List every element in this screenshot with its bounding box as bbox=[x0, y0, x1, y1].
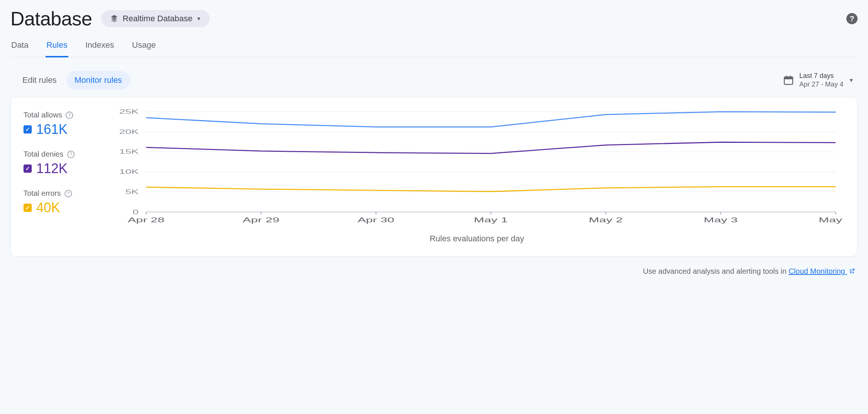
legend-errors-value: 40K bbox=[36, 200, 60, 216]
help-icon[interactable]: ? bbox=[846, 13, 858, 24]
monitor-card: Total allows ? ✓ 161K Total denies ? ✓ 1… bbox=[10, 97, 858, 257]
svg-text:5K: 5K bbox=[125, 188, 139, 195]
svg-rect-3 bbox=[790, 76, 791, 78]
legend-allows-value: 161K bbox=[36, 122, 68, 137]
svg-text:0: 0 bbox=[132, 208, 138, 215]
svg-text:20K: 20K bbox=[119, 128, 139, 135]
realtime-database-icon bbox=[109, 14, 119, 23]
svg-text:May 2: May 2 bbox=[589, 216, 623, 224]
page-header: Database Realtime Database ▼ ? bbox=[10, 7, 858, 30]
chart-area: 05K10K15K20K25KApr 28Apr 29Apr 30May 1Ma… bbox=[109, 109, 844, 244]
cloud-monitoring-link[interactable]: Cloud Monitoring bbox=[789, 267, 855, 275]
chart-legend: Total allows ? ✓ 161K Total denies ? ✓ 1… bbox=[24, 109, 102, 244]
tab-usage[interactable]: Usage bbox=[131, 40, 157, 57]
legend-errors-label: Total errors bbox=[24, 189, 61, 198]
chevron-down-icon: ▼ bbox=[849, 77, 854, 83]
legend-denies-label: Total denies bbox=[24, 150, 63, 159]
date-range-label: Last 7 days bbox=[799, 72, 843, 80]
svg-text:May 3: May 3 bbox=[704, 216, 738, 224]
info-icon[interactable]: ? bbox=[67, 151, 75, 158]
legend-denies-value: 112K bbox=[36, 161, 68, 176]
svg-text:May 1: May 1 bbox=[474, 216, 508, 224]
calendar-icon bbox=[783, 75, 794, 86]
chevron-down-icon: ▼ bbox=[196, 16, 202, 22]
svg-text:May 4: May 4 bbox=[819, 216, 844, 224]
database-type-selector[interactable]: Realtime Database ▼ bbox=[101, 10, 210, 27]
rules-subheader: Edit rules Monitor rules Last 7 days Apr… bbox=[14, 71, 854, 90]
legend-allows-label: Total allows bbox=[24, 111, 62, 119]
cloud-monitoring-footer: Use advanced analysis and alerting tools… bbox=[10, 267, 855, 276]
edit-rules-button[interactable]: Edit rules bbox=[14, 71, 65, 90]
svg-text:15K: 15K bbox=[119, 148, 139, 155]
svg-rect-2 bbox=[786, 76, 787, 78]
legend-denies: Total denies ? ✓ 112K bbox=[24, 150, 102, 176]
monitor-rules-button[interactable]: Monitor rules bbox=[66, 71, 130, 90]
legend-allows: Total allows ? ✓ 161K bbox=[24, 111, 102, 137]
svg-text:25K: 25K bbox=[119, 109, 139, 115]
date-range-text: Last 7 days Apr 27 - May 4 bbox=[799, 72, 843, 89]
tab-indexes[interactable]: Indexes bbox=[85, 40, 115, 57]
database-type-label: Realtime Database bbox=[123, 14, 193, 23]
legend-allows-checkbox[interactable]: ✓ bbox=[24, 125, 32, 134]
svg-rect-1 bbox=[784, 77, 793, 79]
tab-rules[interactable]: Rules bbox=[46, 40, 68, 57]
external-link-icon bbox=[849, 268, 855, 275]
legend-errors: Total errors ? ✓ 40K bbox=[24, 189, 102, 216]
date-range-value: Apr 27 - May 4 bbox=[799, 80, 843, 89]
svg-text:10K: 10K bbox=[119, 168, 139, 175]
svg-text:Apr 30: Apr 30 bbox=[357, 216, 394, 224]
info-icon[interactable]: ? bbox=[66, 112, 73, 119]
rules-evaluations-chart: 05K10K15K20K25KApr 28Apr 29Apr 30May 1Ma… bbox=[109, 109, 844, 228]
chart-title: Rules evaluations per day bbox=[109, 234, 844, 244]
page-title: Database bbox=[10, 7, 92, 30]
footer-text: Use advanced analysis and alerting tools… bbox=[643, 267, 789, 275]
svg-text:Apr 28: Apr 28 bbox=[128, 216, 165, 224]
svg-text:Apr 29: Apr 29 bbox=[243, 216, 280, 224]
date-range-picker[interactable]: Last 7 days Apr 27 - May 4 ▼ bbox=[783, 72, 854, 89]
legend-denies-checkbox[interactable]: ✓ bbox=[24, 164, 32, 173]
rules-mode-toggle: Edit rules Monitor rules bbox=[14, 71, 130, 90]
legend-errors-checkbox[interactable]: ✓ bbox=[24, 204, 32, 212]
info-icon[interactable]: ? bbox=[65, 190, 72, 197]
tab-data[interactable]: Data bbox=[10, 40, 29, 57]
main-tabs: Data Rules Indexes Usage bbox=[10, 40, 858, 57]
